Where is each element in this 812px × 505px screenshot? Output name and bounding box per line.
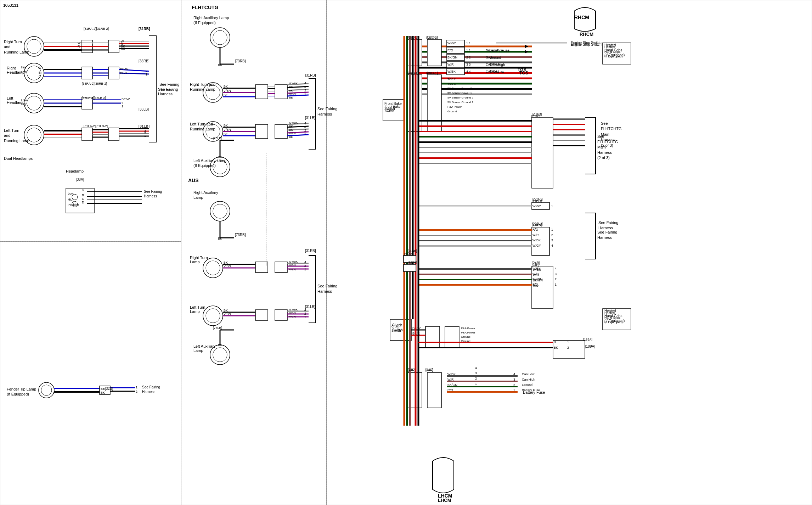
svg-text:2: 2: [304, 89, 306, 92]
svg-text:2: 2: [146, 69, 147, 73]
svg-rect-337: [445, 326, 459, 348]
svg-text:D: D: [82, 201, 84, 204]
rhcm-label: RHCM: [574, 15, 589, 20]
svg-text:V/BN: V/BN: [289, 268, 296, 271]
svg-text:W/R: W/R: [532, 233, 539, 237]
svg-point-191: [206, 261, 220, 275]
right-aux-lamp-aus-label: Right AuxiliaryLamp: [193, 190, 218, 200]
svg-line-162: [287, 129, 309, 130]
svg-text:W/BK: W/BK: [447, 70, 456, 73]
svg-text:R: R: [121, 42, 123, 46]
22c2-label: [22C-2]: [426, 36, 435, 39]
svg-text:A: A: [82, 188, 84, 192]
svg-text:4: 4: [513, 372, 515, 376]
svg-text:GY/BK: GY/BK: [289, 308, 298, 311]
svg-text:2: 2: [304, 312, 306, 315]
vdivider-1: [181, 0, 181, 505]
svg-text:2: 2: [567, 346, 569, 349]
svg-point-102: [39, 382, 54, 398]
svg-rect-270: [408, 75, 422, 131]
svg-rect-302: [532, 202, 549, 209]
left-headlamp-label: LeftHeadlamp: [7, 96, 24, 105]
svg-rect-336: [425, 326, 440, 348]
svg-rect-248: [447, 40, 464, 46]
svg-text:4: 4: [304, 82, 306, 85]
svg-text:3: 3: [551, 239, 553, 242]
svg-text:1: 1: [551, 204, 553, 208]
section-header-aus: AUS: [188, 178, 199, 183]
svg-text:BE: BE: [289, 96, 293, 99]
svg-text:4: 4: [304, 122, 306, 125]
connector-38ra2-label: [38RA-2][38RB-2]: [82, 82, 107, 85]
svg-text:Harness: Harness: [317, 112, 332, 116]
see-fairing-harness-right-label: See FairingHarness: [598, 220, 618, 231]
svg-point-31: [27, 66, 41, 80]
svg-line-160: [287, 123, 309, 124]
svg-text:1: 1: [136, 386, 137, 389]
svg-text:GY/BK: GY/BK: [289, 260, 298, 263]
svg-rect-71: [108, 128, 119, 141]
svg-text:R: R: [554, 340, 556, 344]
svg-text:2: 2: [122, 101, 123, 105]
svg-text:B: B: [39, 71, 41, 74]
svg-rect-347: [427, 372, 441, 408]
svg-text:V/BN: V/BN: [224, 89, 231, 92]
svg-text:Harness: Harness: [142, 390, 155, 394]
connector-31ra2-label: [31RA-2][31RB-2]: [84, 27, 109, 30]
svg-text:2: 2: [144, 131, 146, 135]
svg-text:3  3: 3 3: [466, 63, 471, 66]
svg-text:Ground: Ground: [447, 110, 457, 113]
svg-text:1: 1: [475, 382, 477, 386]
svg-text:BE: BE: [224, 93, 228, 97]
svg-rect-158: [255, 124, 268, 139]
svg-text:2: 2: [136, 390, 137, 393]
svg-text:W: W: [121, 40, 124, 43]
svg-text:BK: BK: [121, 47, 125, 51]
svg-text:R/O: R/O: [447, 49, 453, 52]
svg-text:1: 1: [146, 73, 147, 76]
svg-text:5V Sensor Power 2: 5V Sensor Power 2: [447, 87, 472, 90]
svg-text:Can Low: Can Low: [522, 372, 535, 376]
svg-text:BE/Y: BE/Y: [120, 71, 128, 75]
svg-text:See Fairing: See Fairing: [142, 385, 160, 389]
svg-text:BK/R: BK/R: [412, 332, 420, 335]
svg-text:R: R: [78, 45, 80, 48]
svg-rect-406: [553, 341, 585, 358]
svg-text:V/BN: V/BN: [289, 312, 296, 315]
heated-hand-grips-top-label: HeatedHand Grips(If Equipped): [604, 43, 625, 58]
svg-rect-70: [82, 128, 92, 141]
ground-label-top: Ground: [489, 56, 501, 60]
svg-rect-283: [532, 117, 553, 188]
dual-headlamps-label: Dual Headlamps: [4, 156, 33, 161]
svg-text:BK/W: BK/W: [412, 326, 421, 330]
svg-text:P&A Power: P&A Power: [461, 331, 475, 334]
svg-text:Ground: Ground: [461, 340, 470, 343]
svg-text:R/O: R/O: [532, 283, 538, 286]
svg-rect-258: [447, 54, 464, 61]
svg-text:BK: BK: [224, 124, 228, 127]
24b-label: [24B]: [532, 263, 539, 267]
headlamp-label: Headlamp: [66, 169, 84, 173]
svg-text:Harness: Harness: [317, 289, 332, 293]
svg-text:3: 3: [304, 85, 306, 89]
fender-tip-lamp-label: Fender Tip Lamp(If Equipped): [7, 387, 36, 397]
svg-text:R/O: R/O: [533, 284, 538, 287]
svg-text:[31LB]: [31LB]: [305, 116, 315, 120]
see-fairing-tl-label: See FairingHarness: [159, 82, 179, 93]
svg-text:2: 2: [551, 233, 553, 237]
svg-text:2: 2: [513, 383, 515, 387]
svg-point-87: [72, 194, 78, 200]
see-flhtchtg-label: SeeFLHTCHTGMainHarness(2 of 3): [601, 121, 622, 148]
svg-text:5V Sensor Ground 1: 5V Sensor Ground 1: [447, 101, 473, 104]
svg-text:BK/GN: BK/GN: [532, 277, 542, 281]
svg-text:BE/W: BE/W: [122, 97, 130, 101]
svg-text:3: 3: [513, 378, 515, 381]
svg-point-30: [24, 63, 44, 83]
wiring-diagram-page: 1053131 W R BK: [0, 0, 812, 505]
svg-text:C: C: [39, 74, 41, 78]
svg-point-51: [24, 93, 44, 113]
left-turn-running-lamp-center-label: Left Turn andRunning Lamp: [190, 122, 215, 132]
svg-text:2: 2: [555, 277, 557, 281]
svg-text:V/BN: V/BN: [289, 92, 296, 96]
svg-point-103: [41, 385, 52, 395]
